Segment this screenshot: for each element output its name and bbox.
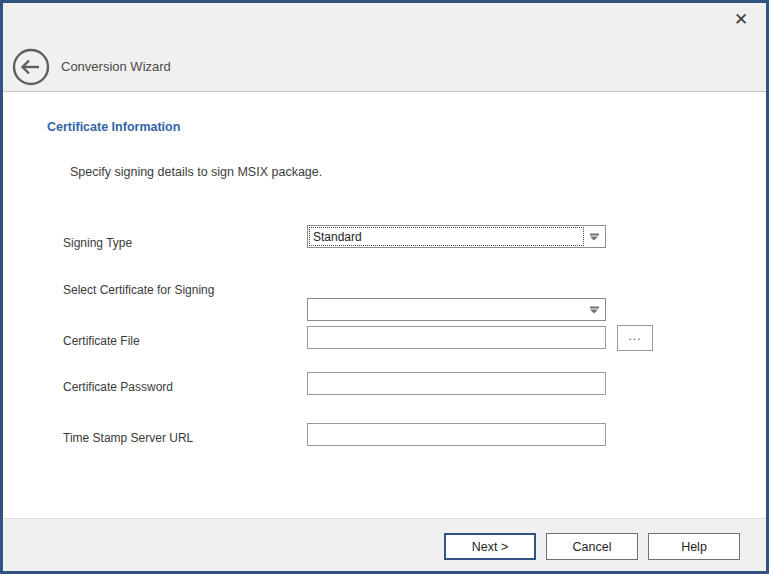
certificate-password-input[interactable]	[307, 372, 606, 395]
certificate-file-input[interactable]	[307, 326, 606, 349]
signing-type-label: Signing Type	[63, 236, 293, 250]
page-description: Specify signing details to sign MSIX pac…	[70, 165, 322, 179]
browse-button[interactable]: ...	[617, 325, 653, 351]
chevron-down-icon	[590, 233, 599, 240]
next-button[interactable]: Next >	[444, 533, 536, 560]
select-certificate-combobox[interactable]	[307, 298, 606, 321]
timestamp-url-input[interactable]	[307, 423, 606, 446]
certificate-file-label: Certificate File	[63, 334, 293, 348]
cancel-button[interactable]: Cancel	[546, 533, 638, 560]
wizard-header: Conversion Wizard ✕	[3, 3, 766, 92]
wizard-title: Conversion Wizard	[61, 59, 171, 74]
back-arrow-icon	[12, 48, 50, 86]
chevron-down-icon	[590, 306, 599, 313]
signing-type-combobox[interactable]: Standard	[307, 225, 606, 248]
help-button[interactable]: Help	[648, 533, 740, 560]
timestamp-url-label: Time Stamp Server URL	[63, 431, 293, 445]
page-title: Certificate Information	[47, 120, 180, 134]
close-icon[interactable]: ✕	[727, 6, 755, 32]
certificate-password-label: Certificate Password	[63, 380, 293, 394]
signing-type-value: Standard	[308, 230, 605, 244]
conversion-wizard-dialog: Conversion Wizard ✕ Certificate Informat…	[0, 0, 769, 574]
select-certificate-label: Select Certificate for Signing	[63, 283, 293, 297]
back-button[interactable]	[12, 48, 50, 86]
